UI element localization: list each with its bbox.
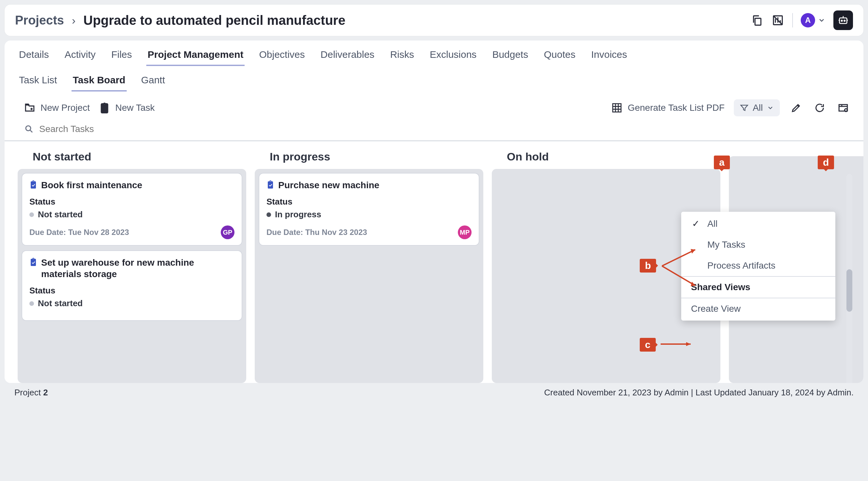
filter-option-label: All: [707, 219, 717, 229]
lane-title: On hold: [492, 150, 720, 169]
annotation-d: d: [818, 155, 834, 169]
status-value: In progress: [275, 209, 321, 219]
lane-in-progress: In progressPurchase new machineStatusIn …: [255, 150, 483, 383]
filter-option-label: My Tasks: [707, 240, 745, 250]
board-toolbar: New Project New Task Generate Task List …: [5, 97, 863, 121]
edit-button[interactable]: [789, 101, 803, 115]
due-date: Due Date: Tue Nov 28 2023: [29, 228, 129, 237]
task-icon: [29, 258, 37, 267]
task-card[interactable]: Set up warehouse for new machine materia…: [22, 250, 242, 321]
task-card[interactable]: Purchase new machineStatusIn progressDue…: [259, 173, 479, 246]
lane-title: Not started: [18, 150, 246, 169]
lane-not-started: Not startedBook first maintenanceStatusN…: [18, 150, 246, 383]
tab-files[interactable]: Files: [110, 49, 133, 66]
user-menu[interactable]: A: [801, 13, 826, 27]
assistant-button[interactable]: [833, 10, 853, 30]
lane-body[interactable]: Purchase new machineStatusIn progressDue…: [255, 169, 483, 383]
new-task-button[interactable]: New Task: [99, 102, 155, 113]
report-icon[interactable]: [771, 14, 784, 27]
header-bar: Projects › Upgrade to automated pencil m…: [5, 5, 863, 36]
check-icon: ✓: [691, 218, 700, 229]
assignee-avatar: GP: [221, 226, 235, 239]
new-project-label: New Project: [40, 102, 90, 113]
user-avatar: A: [801, 13, 815, 27]
subtab-gantt[interactable]: Gantt: [140, 74, 166, 91]
search-icon: [24, 124, 34, 134]
filter-label: All: [753, 102, 763, 113]
tab-risks[interactable]: Risks: [389, 49, 415, 66]
svg-point-3: [841, 20, 842, 21]
task-title: Set up warehouse for new machine materia…: [41, 257, 235, 280]
tab-exclusions[interactable]: Exclusions: [429, 49, 478, 66]
tab-budgets[interactable]: Budgets: [491, 49, 529, 66]
tab-deliverables[interactable]: Deliverables: [319, 49, 376, 66]
svg-marker-10: [691, 249, 695, 253]
tab-activity[interactable]: Activity: [63, 49, 97, 66]
status-label: Status: [267, 197, 471, 207]
refresh-button[interactable]: [812, 101, 827, 115]
subtab-task-board[interactable]: Task Board: [71, 74, 127, 91]
svg-point-8: [26, 126, 31, 131]
filter-option-label: Process Artifacts: [707, 261, 776, 271]
tab-quotes[interactable]: Quotes: [542, 49, 577, 66]
due-date: Due Date: Thu Nov 23 2023: [267, 228, 367, 237]
svg-line-11: [662, 266, 695, 285]
new-project-button[interactable]: New Project: [24, 102, 90, 113]
status-dot: [29, 212, 34, 217]
new-task-label: New Task: [115, 102, 155, 113]
svg-marker-14: [686, 342, 691, 346]
breadcrumb-root[interactable]: Projects: [15, 13, 64, 27]
footer: Project 2 Created November 21, 2023 by A…: [5, 383, 863, 402]
svg-rect-5: [613, 103, 621, 112]
task-title: Purchase new machine: [278, 179, 379, 191]
task-icon: [267, 180, 274, 189]
chevron-down-icon: [818, 16, 826, 24]
status-dot: [29, 301, 34, 306]
status-dot: [267, 212, 271, 217]
header-divider: [792, 13, 793, 27]
lane-body[interactable]: Book first maintenanceStatusNot startedD…: [18, 169, 246, 383]
page-title: Upgrade to automated pencil manufacture: [83, 13, 345, 28]
subtab-task-list[interactable]: Task List: [18, 74, 58, 91]
task-icon: [29, 180, 37, 189]
tab-project-management[interactable]: Project Management: [146, 49, 245, 66]
filter-icon: [740, 103, 749, 112]
task-card[interactable]: Book first maintenanceStatusNot startedD…: [22, 173, 242, 246]
lane-title: [729, 150, 863, 156]
svg-rect-0: [755, 18, 761, 25]
generate-pdf-button[interactable]: Generate Task List PDF: [611, 102, 725, 113]
board-settings-button[interactable]: [836, 101, 850, 115]
filter-dropdown[interactable]: All: [734, 99, 780, 116]
breadcrumb-separator: ›: [72, 14, 75, 27]
tab-invoices[interactable]: Invoices: [590, 49, 628, 66]
filter-option-all[interactable]: ✓All: [681, 213, 835, 234]
chevron-down-icon: [767, 104, 774, 112]
svg-rect-6: [839, 104, 847, 111]
status-label: Status: [29, 285, 235, 296]
assignee-avatar: MP: [458, 226, 471, 239]
annotation-c: c: [640, 338, 656, 352]
status-value: Not started: [38, 209, 83, 219]
status-value: Not started: [38, 298, 83, 308]
annotation-arrow-c: [659, 339, 695, 349]
secondary-tabs: Task ListTask BoardGantt: [5, 66, 863, 97]
board-scrollbar-thumb[interactable]: [846, 269, 852, 312]
primary-tabs: DetailsActivityFilesProject ManagementOb…: [5, 40, 863, 66]
footer-meta: Created November 21, 2023 by Admin | Las…: [544, 388, 854, 398]
lane-title: In progress: [255, 150, 483, 169]
generate-pdf-label: Generate Task List PDF: [628, 102, 725, 113]
footer-project: Project 2: [14, 388, 48, 398]
status-label: Status: [29, 197, 235, 207]
copy-icon[interactable]: [750, 14, 764, 27]
svg-line-9: [662, 250, 695, 266]
task-title: Book first maintenance: [41, 179, 143, 191]
search-row: [5, 121, 863, 141]
tab-objectives[interactable]: Objectives: [258, 49, 306, 66]
svg-marker-12: [691, 282, 695, 286]
annotation-a: a: [714, 155, 730, 169]
svg-point-7: [844, 109, 847, 112]
annotation-arrow-b: [659, 243, 705, 302]
svg-rect-2: [840, 18, 847, 24]
search-input[interactable]: [38, 123, 850, 134]
tab-details[interactable]: Details: [18, 49, 50, 66]
